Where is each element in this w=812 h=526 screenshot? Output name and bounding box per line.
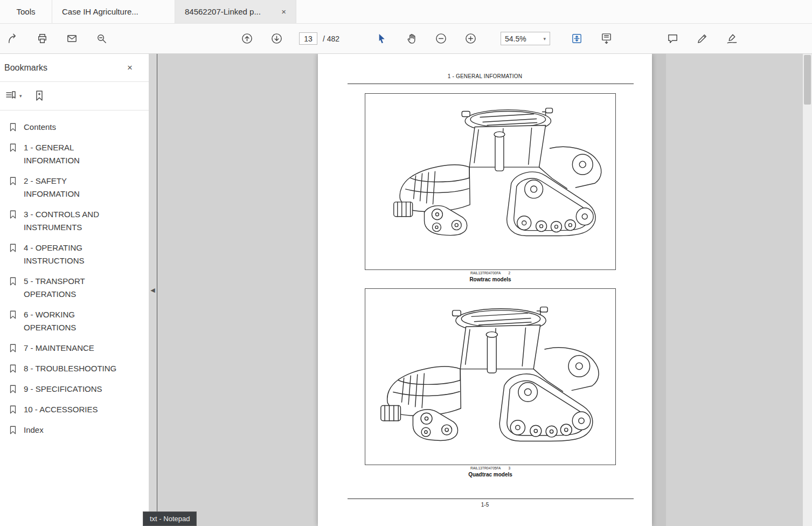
bookmark-icon [8,310,18,320]
page-number-input[interactable] [299,32,317,45]
quadtrac-tractor-drawing [365,289,615,465]
bookmark-item[interactable]: 1 - GENERAL INFORMATION [0,137,149,171]
figure-frame [365,93,616,270]
bookmark-item-label: 2 - SAFETY INFORMATION [24,175,119,200]
bookmark-icon [8,425,18,435]
bookmark-icon [8,343,18,353]
bookmark-list: Contents 1 - GENERAL INFORMATION 2 - SAF… [0,110,149,440]
tab-tools-label: Tools [16,7,35,16]
bookmark-item-label: 10 - ACCESSORIES [24,403,98,416]
tab-tools[interactable]: Tools [0,0,52,23]
bookmarks-panel: Bookmarks × ▾ Contents 1 - GENERAL INFOR… [0,54,149,526]
bookmark-item-label: Index [24,424,44,437]
tab-document-84562207[interactable]: 84562207-Linked p... × [175,0,296,23]
pencil-tool-icon[interactable] [695,32,709,46]
bookmark-icon [8,364,18,373]
page-footer-number: 1-5 [318,502,652,508]
tab-document-84562207-label: 84562207-Linked p... [185,7,261,16]
bookmark-icon [8,143,18,153]
main-toolbar: / 482 54.5% ▾ [0,24,812,54]
tab-document-caseih[interactable]: Case IH Agriculture... [52,0,175,23]
zoom-level-select[interactable]: 54.5% ▾ [501,32,550,45]
page-count-label: / 482 [323,34,346,43]
zoom-level-value: 54.5% [505,34,526,43]
bookmark-item-label: 4 - OPERATING INSTRUCTIONS [24,241,119,267]
close-panel-icon[interactable]: × [127,63,133,73]
signature-tool-icon[interactable] [725,32,739,46]
bookmark-item[interactable]: 7 - MAINTENANCE [0,338,149,358]
pdf-page[interactable]: 1 - GENERAL INFORMATION RAIL13TR04700FA2… [318,54,652,526]
chevron-down-icon: ▾ [543,36,546,41]
bookmark-item[interactable]: 9 - SPECIFICATIONS [0,379,149,399]
bookmark-item-label: Contents [24,121,56,134]
footer-rule [348,499,634,499]
bookmark-icon [8,122,18,132]
rowtrac-tractor-drawing [365,94,615,269]
bookmark-item-label: 6 - WORKING OPERATIONS [24,308,119,334]
bookmark-item[interactable]: 8 - TROUBLESHOOTING [0,358,149,379]
zoom-out-icon[interactable] [434,32,448,46]
fit-page-icon[interactable] [570,32,584,46]
email-icon[interactable] [65,32,79,46]
figure-caption: Quadtrac models [365,472,616,477]
scroll-mode-icon[interactable] [599,32,613,46]
bookmarks-title: Bookmarks [4,63,47,73]
taskbar-tooltip: txt - Notepad [143,511,197,526]
page-section-header: 1 - GENERAL INFORMATION [318,73,652,79]
print-icon[interactable] [35,32,49,46]
panel-splitter[interactable]: ◀ [149,54,157,526]
bookmark-item[interactable]: 6 - WORKING OPERATIONS [0,304,149,338]
figure-caption: Rowtrac models [365,276,616,282]
bookmark-item-label: 7 - MAINTENANCE [24,342,94,355]
bookmarks-header: Bookmarks × [0,54,149,82]
comment-icon[interactable] [665,32,679,46]
scrollbar-thumb[interactable] [804,55,811,105]
vertical-scrollbar[interactable] [803,54,812,526]
tab-document-caseih-label: Case IH Agriculture... [62,7,138,16]
bookmark-item[interactable]: 2 - SAFETY INFORMATION [0,171,149,204]
hand-tool-icon[interactable] [404,32,418,46]
bookmark-icon [8,210,18,219]
bookmark-options-button[interactable]: ▾ [4,89,22,102]
bookmark-icon [8,243,18,253]
bookmark-item-label: 9 - SPECIFICATIONS [24,383,102,396]
page-down-icon[interactable] [269,32,283,46]
marquee-zoom-icon[interactable] [94,32,108,46]
bookmark-item[interactable]: 4 - OPERATING INSTRUCTIONS [0,238,149,271]
bookmark-item[interactable]: Index [0,420,149,440]
zoom-in-icon[interactable] [463,32,477,46]
bookmark-star-icon [33,89,46,102]
document-view[interactable]: 1 - GENERAL INFORMATION RAIL13TR04700FA2… [158,54,803,526]
bookmark-icon [8,405,18,414]
bookmark-item-label: 3 - CONTROLS AND INSTRUMENTS [24,208,119,234]
figure-rowtrac: RAIL13TR04700FA2 Rowtrac models [365,93,616,282]
bookmark-item-label: 8 - TROUBLESHOOTING [24,362,116,375]
figure-reference: RAIL13TR04700FA2 [365,271,616,275]
figure-frame [365,288,616,465]
bookmark-menu-icon [4,89,17,102]
tab-bar: Tools Case IH Agriculture... 84562207-Li… [0,0,812,24]
bookmark-item[interactable]: 5 - TRANSPORT OPERATIONS [0,271,149,304]
taskbar-tooltip-label: txt - Notepad [150,515,190,523]
bookmark-item[interactable]: 10 - ACCESSORIES [0,399,149,420]
bookmark-item[interactable]: Contents [0,117,149,137]
bookmark-icon [8,176,18,186]
bookmark-item[interactable]: 3 - CONTROLS AND INSTRUMENTS [0,204,149,238]
select-tool-icon[interactable] [374,32,388,46]
close-tab-icon[interactable]: × [281,7,286,16]
expand-current-bookmark-button[interactable] [33,89,46,102]
page-up-icon[interactable] [240,32,254,46]
collapse-panel-icon[interactable]: ◀ [150,287,155,294]
chevron-down-icon: ▾ [19,93,22,99]
share-icon[interactable] [5,32,19,46]
figure-quadtrac: RAIL13TR04705FA3 Quadtrac models [365,288,616,477]
figure-reference: RAIL13TR04705FA3 [365,466,616,470]
bookmark-icon [8,276,18,286]
bookmarks-toolbar: ▾ [0,82,149,110]
header-rule [348,84,634,84]
bookmark-item-label: 5 - TRANSPORT OPERATIONS [24,275,119,301]
bookmark-icon [8,384,18,394]
bookmark-item-label: 1 - GENERAL INFORMATION [24,141,119,167]
